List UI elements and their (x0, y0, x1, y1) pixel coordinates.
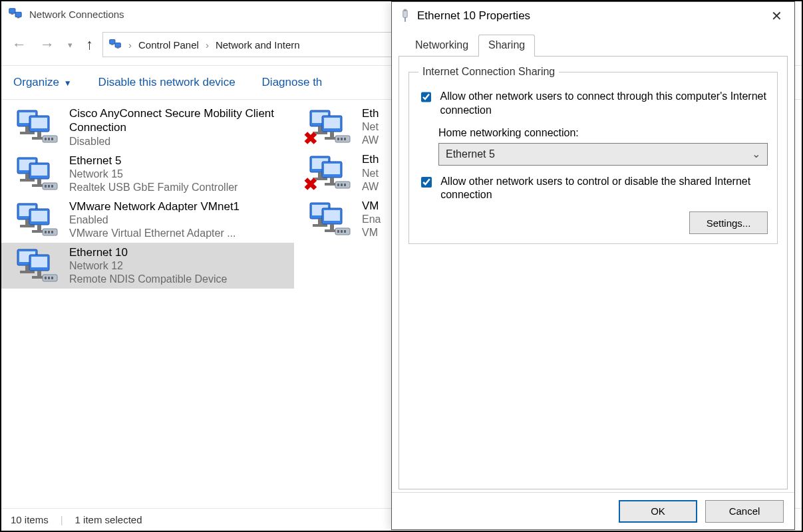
connection-name: Eth (362, 152, 379, 166)
adapter-icon (13, 154, 60, 194)
breadcrumb-sep-icon: › (206, 39, 209, 51)
dialog-title: Ethernet 10 Properties (417, 9, 530, 23)
connection-item[interactable]: Ethernet 10Network 12Remote NDIS Compati… (1, 243, 294, 289)
connection-name: Eth (362, 106, 379, 120)
close-icon[interactable]: ✕ (767, 7, 786, 25)
explorer-title: Network Connections (29, 9, 124, 20)
connection-item[interactable]: ✖EthNetAW (294, 150, 387, 196)
breadcrumb-item[interactable]: Network and Intern (216, 39, 300, 51)
chevron-down-icon: ▼ (64, 78, 72, 88)
dialog-button-row: OK Cancel (392, 492, 794, 529)
connection-device: VM (362, 226, 381, 239)
tab-networking[interactable]: Networking (405, 35, 478, 57)
adapter-icon (13, 106, 60, 146)
cancel-button[interactable]: Cancel (705, 500, 784, 523)
home-connection-label: Home networking connection: (438, 127, 768, 139)
connection-status: Network 12 (69, 259, 227, 273)
adapter-icon (13, 200, 60, 239)
status-item-count: 10 items (11, 514, 49, 525)
history-chevron-icon[interactable]: ▾ (64, 40, 77, 50)
allow-connect-label[interactable]: Allow other network users to connect thr… (440, 90, 768, 118)
breadcrumb-item[interactable]: Control Panel (138, 39, 199, 51)
network-connections-icon (8, 7, 23, 21)
connection-device: AW (362, 180, 379, 194)
error-x-icon: ✖ (303, 128, 318, 149)
tab-strip: Networking Sharing (399, 30, 788, 57)
settings-button[interactable]: Settings... (689, 211, 768, 234)
adapter-icon (306, 199, 353, 239)
connection-name: VMware Network Adapter VMnet1 (69, 200, 240, 213)
breadcrumb-sep-icon: › (128, 39, 132, 51)
connection-status: Net (362, 167, 379, 180)
allow-control-checkbox[interactable] (421, 176, 432, 188)
chevron-down-icon: ⌄ (752, 148, 760, 160)
connection-status: Network 15 (69, 168, 238, 181)
adapter-icon: ✖ (306, 152, 353, 192)
connection-item[interactable]: Cisco AnyConnect Secure Mobility Client … (1, 104, 294, 151)
status-selected-count: 1 item selected (75, 514, 142, 525)
error-x-icon: ✖ (303, 174, 318, 195)
plug-icon (400, 9, 410, 23)
tab-sharing[interactable]: Sharing (478, 35, 535, 57)
adapter-icon: ✖ (306, 106, 353, 146)
home-connection-combo[interactable]: Ethernet 5 ⌄ (438, 143, 768, 166)
back-arrow-icon[interactable]: ← (8, 36, 31, 53)
connection-status: Disabled (69, 135, 287, 148)
up-arrow-icon[interactable]: ↑ (82, 36, 97, 53)
connection-status: Ena (362, 213, 381, 226)
ok-button[interactable]: OK (619, 500, 697, 523)
address-icon (108, 38, 122, 51)
diagnose-button[interactable]: Diagnose th (262, 76, 323, 89)
organize-menu[interactable]: Organize ▼ (13, 76, 72, 89)
connection-item[interactable]: Ethernet 5Network 15Realtek USB GbE Fami… (1, 151, 294, 197)
dialog-titlebar: Ethernet 10 Properties ✕ (392, 2, 794, 30)
allow-connect-checkbox[interactable] (421, 91, 431, 103)
allow-control-label[interactable]: Allow other network users to control or … (440, 175, 768, 203)
ics-groupbox: Internet Connection Sharing Allow other … (408, 66, 778, 244)
connection-device: Realtek USB GbE Family Controller (69, 181, 238, 194)
home-connection-value: Ethernet 5 (446, 148, 495, 160)
adapter-icon (13, 245, 60, 285)
connection-item[interactable]: VMEnaVM (294, 196, 387, 242)
connection-device: AW (362, 134, 379, 147)
connection-name: Cisco AnyConnect Secure Mobility Client … (69, 106, 287, 135)
connection-status: Net (362, 120, 379, 134)
connection-status: Enabled (69, 213, 240, 227)
connection-name: VM (362, 199, 381, 213)
disable-device-button[interactable]: Disable this network device (98, 76, 236, 89)
properties-dialog: Ethernet 10 Properties ✕ Networking Shar… (391, 1, 795, 530)
connection-device: Remote NDIS Compatible Device (69, 273, 227, 286)
tab-body: Internet Connection Sharing Allow other … (399, 57, 788, 489)
connection-name: Ethernet 5 (69, 154, 238, 168)
connection-name: Ethernet 10 (69, 245, 227, 259)
connection-device: VMware Virtual Ethernet Adapter ... (69, 227, 240, 240)
ics-legend: Internet Connection Sharing (418, 66, 559, 78)
forward-arrow-icon[interactable]: → (36, 36, 59, 53)
connection-item[interactable]: VMware Network Adapter VMnet1EnabledVMwa… (1, 197, 294, 243)
connection-item[interactable]: ✖EthNetAW (294, 104, 387, 150)
